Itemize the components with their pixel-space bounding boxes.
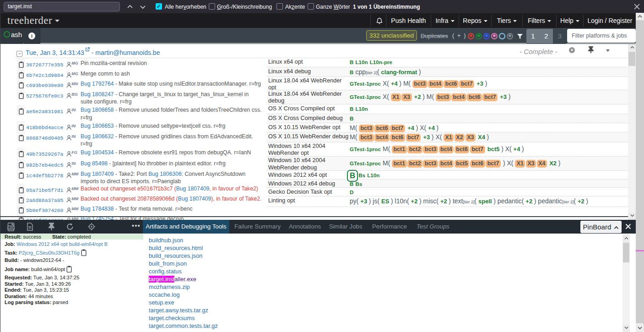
svg-text:LOG: LOG	[8, 226, 14, 229]
